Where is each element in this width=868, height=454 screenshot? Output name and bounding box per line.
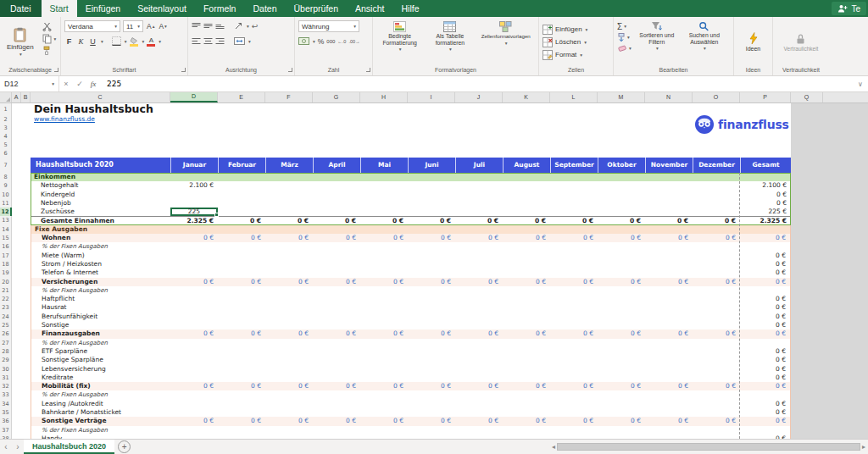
cell[interactable] xyxy=(12,141,21,149)
cell[interactable]: 0 € xyxy=(170,278,218,286)
cell[interactable] xyxy=(740,225,791,234)
cell[interactable] xyxy=(693,191,740,199)
cell[interactable] xyxy=(12,400,21,408)
font-color-button[interactable]: A xyxy=(147,37,155,47)
cell[interactable] xyxy=(598,295,645,303)
column-header-M[interactable]: M xyxy=(598,92,645,102)
cell[interactable] xyxy=(360,374,408,382)
row-header-5[interactable]: 5 xyxy=(0,141,12,149)
cell[interactable] xyxy=(21,426,31,435)
cell[interactable]: Kreditrate xyxy=(31,374,170,382)
cell[interactable] xyxy=(21,191,31,199)
cell[interactable] xyxy=(12,216,21,224)
cell[interactable] xyxy=(455,374,503,382)
cell[interactable] xyxy=(12,252,21,260)
cell[interactable] xyxy=(693,141,740,149)
cell[interactable] xyxy=(503,103,550,115)
cell[interactable] xyxy=(265,199,313,208)
cell[interactable]: 0 € xyxy=(645,234,693,242)
cell[interactable] xyxy=(550,208,598,216)
cell[interactable] xyxy=(12,115,21,124)
cell[interactable] xyxy=(455,303,503,312)
cell[interactable]: 0 € xyxy=(550,417,598,425)
cell[interactable]: 0 € xyxy=(693,382,740,390)
month-header-cell[interactable]: Juli xyxy=(455,158,503,173)
cell[interactable] xyxy=(693,260,740,269)
cell[interactable] xyxy=(408,435,455,439)
cell[interactable] xyxy=(455,400,503,408)
cell[interactable] xyxy=(265,356,313,364)
cell[interactable] xyxy=(503,141,550,149)
cell[interactable]: 0 € xyxy=(265,382,313,390)
cell[interactable] xyxy=(550,199,598,208)
cell[interactable] xyxy=(21,234,31,242)
cell[interactable] xyxy=(408,347,455,356)
cell[interactable] xyxy=(21,339,31,347)
cell[interactable]: 0 € xyxy=(740,347,791,356)
cell[interactable] xyxy=(503,173,550,181)
row-header-11[interactable]: 11 xyxy=(0,199,12,208)
cell[interactable] xyxy=(12,242,21,251)
cell[interactable] xyxy=(455,191,503,199)
cell[interactable] xyxy=(170,103,218,115)
insert-cells-button[interactable]: Einfügen▾ xyxy=(542,24,609,36)
cell[interactable] xyxy=(503,115,550,124)
cell[interactable] xyxy=(313,356,360,364)
cell[interactable] xyxy=(265,181,313,190)
cell[interactable] xyxy=(455,252,503,260)
cell[interactable] xyxy=(313,390,360,399)
cell[interactable] xyxy=(645,242,693,251)
cell[interactable] xyxy=(170,347,218,356)
cell[interactable]: Telefon & Internet xyxy=(31,269,170,277)
merge-center-button[interactable] xyxy=(234,37,245,47)
cell[interactable] xyxy=(740,173,791,181)
share-button[interactable]: Te xyxy=(832,2,866,15)
cell[interactable] xyxy=(313,199,360,208)
cell[interactable]: % der Fixen Ausgaben xyxy=(31,286,170,295)
decrease-font-icon[interactable]: A▾ xyxy=(158,22,167,30)
cell[interactable] xyxy=(693,347,740,356)
column-header-E[interactable]: E xyxy=(218,92,265,102)
column-header-G[interactable]: G xyxy=(313,92,360,102)
borders-button[interactable] xyxy=(112,36,121,47)
cell[interactable] xyxy=(218,390,265,399)
cell[interactable] xyxy=(21,103,31,115)
cell[interactable]: 0 € xyxy=(218,216,265,224)
cell[interactable]: 0 € xyxy=(455,216,503,224)
cell[interactable] xyxy=(455,286,503,295)
row-header-23[interactable]: 23 xyxy=(0,303,12,312)
row-header-2[interactable]: 2 xyxy=(0,115,12,124)
row-header-33[interactable]: 33 xyxy=(0,390,12,399)
cell[interactable]: 0 € xyxy=(265,278,313,286)
cell[interactable] xyxy=(550,374,598,382)
cell[interactable] xyxy=(360,356,408,364)
cell[interactable] xyxy=(170,124,218,132)
cell[interactable] xyxy=(21,278,31,286)
cell[interactable] xyxy=(503,260,550,269)
cell[interactable] xyxy=(21,225,31,234)
cell[interactable] xyxy=(313,269,360,277)
cell[interactable] xyxy=(693,149,740,158)
cell[interactable] xyxy=(598,199,645,208)
cell[interactable] xyxy=(360,400,408,408)
column-header-K[interactable]: K xyxy=(503,92,550,102)
clipboard-dialog-launcher-icon[interactable] xyxy=(54,68,58,72)
cell[interactable] xyxy=(645,356,693,364)
cell[interactable] xyxy=(693,208,740,216)
cell[interactable] xyxy=(598,347,645,356)
cell[interactable] xyxy=(313,149,360,158)
cell[interactable] xyxy=(693,400,740,408)
cell[interactable]: 2.100 € xyxy=(170,181,218,190)
cell[interactable] xyxy=(360,390,408,399)
cell[interactable] xyxy=(645,260,693,269)
percent-style-button[interactable]: % xyxy=(318,37,325,46)
row-header-6[interactable]: 6 xyxy=(0,149,12,158)
cell[interactable]: 0 € xyxy=(645,382,693,390)
cell[interactable]: Miete (Warm) xyxy=(31,252,170,260)
cell[interactable]: 0 € xyxy=(550,234,598,242)
row-header-25[interactable]: 25 xyxy=(0,321,12,329)
cell[interactable] xyxy=(313,347,360,356)
cell[interactable] xyxy=(503,347,550,356)
cell[interactable] xyxy=(360,365,408,374)
cell[interactable] xyxy=(265,132,313,141)
